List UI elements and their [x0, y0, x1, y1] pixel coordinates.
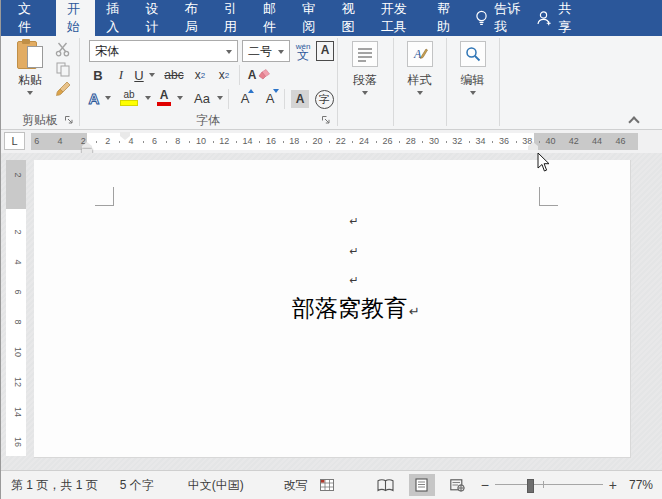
- zoom-out-button[interactable]: −: [481, 479, 489, 491]
- zoom-percentage[interactable]: 77%: [623, 478, 653, 492]
- text-effects-dropdown[interactable]: [103, 88, 113, 108]
- paragraph-lines-icon: [352, 41, 378, 67]
- zoom-slider[interactable]: [495, 479, 603, 491]
- strikethrough-label: abc: [164, 68, 183, 82]
- tab-help[interactable]: 帮助: [426, 0, 465, 36]
- ruler-tick: [166, 141, 167, 143]
- highlight-dropdown[interactable]: [143, 88, 153, 108]
- ruler-number: 42: [569, 133, 579, 150]
- superscript-small: 2: [225, 71, 229, 80]
- collapse-ribbon-button[interactable]: [629, 116, 639, 124]
- bold-button[interactable]: B: [89, 65, 107, 85]
- overtype-status[interactable]: 改写: [284, 477, 308, 494]
- tab-stop-type: L: [11, 135, 17, 147]
- ruler-number: 14: [9, 402, 23, 422]
- language-status[interactable]: 中文(中国): [188, 477, 244, 494]
- ruler-tick: [469, 141, 470, 143]
- zoom-slider-thumb[interactable]: [527, 479, 534, 493]
- page[interactable]: 部落窝教育↵ ↵↵↵: [34, 160, 631, 458]
- change-case-dropdown[interactable]: [215, 88, 225, 108]
- title-paragraph[interactable]: 部落窝教育↵: [292, 293, 420, 324]
- zoom-in-button[interactable]: +: [609, 479, 617, 491]
- page-number-status[interactable]: 第 1 页，共 1 页: [11, 477, 98, 494]
- phonetic-guide-button[interactable]: wén 文: [293, 38, 313, 64]
- italic-button[interactable]: I: [113, 65, 129, 85]
- editing-group-button[interactable]: 编辑: [450, 39, 496, 95]
- chevron-down-icon[interactable]: [226, 50, 232, 54]
- copy-button[interactable]: [51, 59, 75, 79]
- read-mode-button[interactable]: [373, 474, 399, 496]
- enclose-characters-button[interactable]: 字: [314, 89, 334, 109]
- ruler-number: 16: [9, 432, 23, 452]
- tab-stop-selector[interactable]: L: [4, 132, 25, 150]
- print-layout-button[interactable]: [409, 474, 435, 496]
- tab-mailings[interactable]: 邮件: [252, 0, 291, 36]
- chevron-down-icon[interactable]: [417, 91, 423, 95]
- tab-design[interactable]: 设计: [134, 0, 173, 36]
- underline-button[interactable]: U: [131, 65, 147, 85]
- tell-me-label: 告诉我: [494, 0, 522, 36]
- superscript-button[interactable]: x2: [213, 65, 235, 85]
- zoom-control: − + 77%: [481, 478, 653, 492]
- grow-font-button[interactable]: A: [234, 88, 256, 108]
- font-color-dropdown[interactable]: [175, 88, 185, 108]
- paste-dropdown-arrow[interactable]: [27, 91, 33, 95]
- paragraph-group: 段落: [337, 36, 393, 129]
- font-dialog-launcher[interactable]: [321, 115, 333, 127]
- ruler-number: 32: [452, 133, 462, 150]
- character-shading-button[interactable]: A: [290, 89, 310, 109]
- share-label: 共享: [558, 0, 575, 36]
- word-count-status[interactable]: 5 个字: [120, 477, 154, 494]
- search-icon: [460, 41, 486, 67]
- ruler-tick: [283, 141, 284, 143]
- paste-button[interactable]: 粘贴: [7, 39, 53, 109]
- strikethrough-button[interactable]: abc: [161, 65, 187, 85]
- chevron-down-icon[interactable]: [470, 91, 476, 95]
- ruler-number: 8: [9, 312, 23, 332]
- chevron-down-icon[interactable]: [362, 91, 368, 95]
- change-case-button[interactable]: Aa: [189, 88, 215, 108]
- phonetic-base-text: 文: [297, 51, 309, 59]
- shrink-font-button[interactable]: A: [259, 88, 281, 108]
- ruler-number: 10: [9, 342, 23, 362]
- font-color-button[interactable]: A: [155, 88, 173, 108]
- book-icon: [377, 479, 394, 492]
- font-name-combo[interactable]: 宋体: [89, 40, 238, 62]
- tell-me[interactable]: 告诉我: [465, 0, 532, 36]
- tab-file[interactable]: 文件: [1, 0, 56, 36]
- ruler-number: 6: [34, 133, 39, 150]
- eraser-icon: [257, 69, 270, 81]
- chevron-down-icon[interactable]: [278, 50, 284, 54]
- ruler-tick: [422, 141, 423, 143]
- ruler-number: 16: [266, 133, 276, 150]
- share-button[interactable]: 共享: [532, 0, 579, 36]
- v-ruler-margin: 2: [6, 160, 26, 209]
- tab-layout[interactable]: 布局: [174, 0, 213, 36]
- ruler-number: 2: [9, 165, 23, 185]
- tab-review[interactable]: 审阅: [291, 0, 330, 36]
- subscript-button[interactable]: x2: [189, 65, 211, 85]
- underline-dropdown[interactable]: [147, 65, 157, 85]
- font-size-combo[interactable]: 二号: [242, 40, 290, 62]
- macro-record-button[interactable]: [320, 479, 334, 491]
- font-color-bar: [157, 102, 171, 106]
- page-icon: [415, 478, 428, 492]
- ruler-tick: [539, 141, 540, 143]
- character-border-button[interactable]: A: [315, 40, 335, 62]
- text-effects-button[interactable]: A: [85, 88, 103, 108]
- tab-references[interactable]: 引用: [213, 0, 252, 36]
- ruler-number: 18: [289, 133, 299, 150]
- tab-insert[interactable]: 插入: [95, 0, 134, 36]
- paragraph-group-button[interactable]: 段落: [342, 39, 388, 95]
- cut-button[interactable]: [51, 39, 75, 59]
- clipboard-dialog-launcher[interactable]: [64, 115, 76, 127]
- styles-group-button[interactable]: A 样式: [397, 39, 443, 95]
- tab-view[interactable]: 视图: [330, 0, 369, 36]
- clear-formatting-button[interactable]: A: [245, 65, 273, 85]
- tab-home[interactable]: 开始: [56, 0, 95, 36]
- web-layout-button[interactable]: [445, 474, 471, 496]
- highlight-button[interactable]: ab: [117, 88, 141, 108]
- format-painter-button[interactable]: [51, 79, 75, 99]
- tab-developer[interactable]: 开发工具: [370, 0, 426, 36]
- ruler-tick: [446, 141, 447, 143]
